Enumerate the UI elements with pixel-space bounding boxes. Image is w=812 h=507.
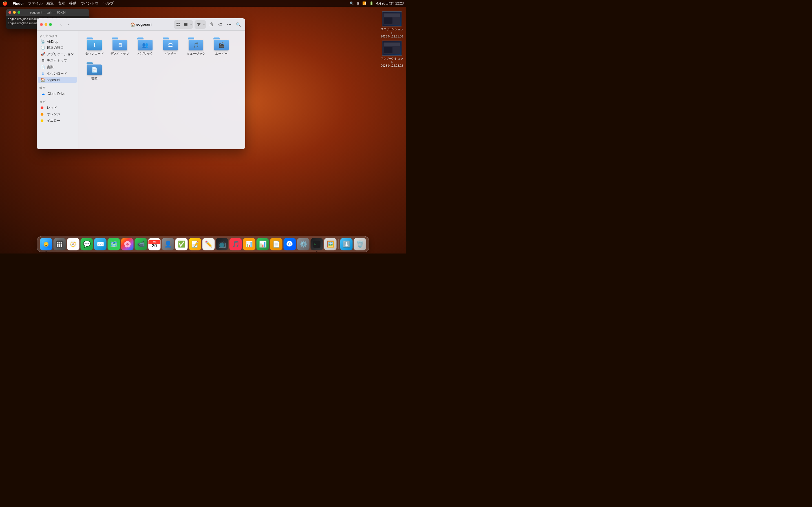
finder-close-button[interactable] (40, 23, 43, 26)
sidebar-item-recents[interactable]: 🕐 最近の項目 (38, 45, 77, 51)
dock-preview[interactable]: 🖼️ (324, 238, 337, 250)
terminal-close-button[interactable] (8, 11, 11, 14)
sidebar-item-tag-yellow[interactable]: イエロー (38, 117, 77, 124)
finder-toolbar-right: ▾ ▾ 🏷 (174, 20, 242, 29)
sidebar-item-desktop[interactable]: 🖥 デスクトップ (38, 57, 77, 64)
screenshot-thumbnail-2 (382, 41, 402, 56)
dock-trash[interactable]: 🗑️ (354, 238, 366, 250)
photos-icon: 🌸 (123, 240, 131, 248)
folder-item-desktop[interactable]: 🖥 デスクトップ (108, 35, 132, 58)
finder-content: ⬇ ダウンロード 🖥 デスクトップ (79, 31, 245, 149)
list-view-button[interactable] (182, 21, 190, 28)
sidebar-item-airdrop[interactable]: 📡 AirDrop (38, 39, 77, 45)
menubar-window[interactable]: ウインドウ (80, 1, 99, 6)
dock-safari[interactable]: 🧭 (67, 238, 80, 250)
finder-forward-button[interactable]: › (65, 21, 71, 28)
folder-item-downloads[interactable]: ⬇ ダウンロード (83, 35, 106, 58)
dock-numbers[interactable]: 📊 (257, 238, 269, 250)
menubar-battery[interactable]: 🔋 (369, 1, 373, 5)
dock-mail[interactable]: ✉️ (94, 238, 107, 250)
view-mode-group: ▾ (174, 20, 193, 29)
dock-freeform[interactable]: ✏️ (202, 238, 215, 250)
menubar-help[interactable]: ヘルプ (103, 1, 114, 6)
dock-appletv[interactable]: 📺 (216, 238, 229, 250)
dock-pages[interactable]: 📄 (270, 238, 283, 250)
airdrop-label: AirDrop (47, 40, 58, 44)
applications-icon: 🚀 (41, 52, 45, 56)
folder-item-documents2[interactable]: 📄 書類 (83, 60, 106, 82)
menubar-left: 🍎 Finder ファイル 編集 表示 移動 ウインドウ ヘルプ (2, 1, 114, 6)
desktop-icon-screenshot-1[interactable]: スクリーンショット2023-0...22.21.56 (380, 11, 403, 38)
folder-item-movies[interactable]: 🎬 ムービー (210, 35, 233, 58)
desktop-icon-screenshot-2[interactable]: スクリーンショット2023-0...22.23.02 (380, 41, 403, 68)
dock-finder[interactable]: 😊 (40, 238, 52, 250)
share-button[interactable] (207, 21, 215, 28)
folder-item-music[interactable]: 🎵 ミュージック (185, 35, 207, 58)
dock-photos[interactable]: 🌸 (121, 238, 134, 250)
folder-icon-public: 👥 (137, 38, 153, 50)
sidebar-section-locations: 場所 (37, 85, 78, 91)
dock-contacts[interactable]: 👤 (162, 238, 174, 250)
dock-calendar[interactable]: 4月 20 (148, 238, 161, 250)
dock-maccal[interactable]: 📊 (243, 238, 255, 250)
documents-icon: 📄 (41, 65, 45, 69)
finder-maximize-button[interactable] (49, 23, 52, 26)
folder-label-documents: 書類 (91, 76, 98, 80)
sidebar-item-documents[interactable]: 📄 書類 (38, 64, 77, 70)
folder-icon-downloads: ⬇ (87, 38, 102, 50)
finder-minimize-button[interactable] (45, 23, 47, 26)
menubar-controlcenter[interactable]: ⊞ (357, 1, 359, 5)
screenshot-1-label: スクリーンショット2023-0...22.21.56 (380, 27, 403, 38)
finder-controls (40, 23, 52, 26)
screenshot-thumbnail-1 (382, 11, 402, 26)
dock-music[interactable]: 🎵 (230, 238, 242, 250)
dock-terminal[interactable]: % _ (311, 238, 323, 250)
dock-appstore[interactable]: 🅐 (284, 238, 296, 250)
tags-button[interactable]: 🏷 (216, 21, 224, 28)
sidebar-item-home[interactable]: 🏠 sogosuri (38, 77, 77, 83)
sidebar-item-tag-orange[interactable]: オレンジ (38, 111, 77, 117)
folder-item-pictures[interactable]: 🖼 ピクチャ (159, 35, 182, 58)
svg-rect-2 (176, 25, 178, 26)
dock-settings[interactable]: ⚙️ (297, 238, 310, 250)
icon-view-button[interactable] (174, 21, 182, 28)
search-button[interactable]: 🔍 (235, 21, 242, 28)
dock-downloads-folder[interactable]: ⬇️ (340, 238, 353, 250)
menubar-wifi[interactable]: 📶 (362, 1, 366, 5)
finder-nav: ‹ › (57, 21, 71, 28)
menubar-app-name[interactable]: Finder (13, 1, 24, 6)
sort-button[interactable] (195, 21, 202, 28)
menubar-spotlight[interactable]: 🔍 (350, 1, 354, 5)
sidebar-item-applications[interactable]: 🚀 アプリケーション (38, 51, 77, 57)
sidebar-item-icloud[interactable]: ☁ iCloud Drive (38, 91, 77, 97)
terminal-maximize-button[interactable] (17, 11, 20, 14)
tag-yellow-icon (41, 119, 45, 122)
sidebar-item-downloads[interactable]: ⬇ ダウンロード (38, 70, 77, 77)
dock-messages[interactable]: 💬 (81, 238, 93, 250)
applications-label: アプリケーション (47, 52, 74, 57)
svg-rect-3 (179, 25, 180, 26)
menubar-file[interactable]: ファイル (28, 1, 43, 6)
menubar-go[interactable]: 移動 (69, 1, 77, 6)
svg-text:😊: 😊 (43, 242, 49, 247)
dock-reminders[interactable]: ✅ (175, 238, 188, 250)
dock-facetime[interactable]: 📹 (135, 238, 147, 250)
finder-back-button[interactable]: ‹ (57, 21, 64, 28)
terminal-minimize-button[interactable] (13, 11, 16, 14)
dock-maps[interactable]: 🗺️ (108, 238, 120, 250)
menubar-view[interactable]: 表示 (58, 1, 65, 6)
apple-menu[interactable]: 🍎 (2, 1, 8, 6)
sidebar-item-tag-red[interactable]: レッド (38, 105, 77, 111)
terminal-dot (316, 251, 317, 252)
finder-dot (46, 251, 47, 252)
dock-launchpad[interactable] (54, 238, 66, 250)
svg-rect-7 (197, 23, 200, 24)
folder-label-desktop: デスクトップ (110, 52, 129, 55)
facetime-icon: 📹 (137, 240, 145, 248)
folder-item-public[interactable]: 👥 パブリック (134, 35, 157, 58)
menubar-edit[interactable]: 編集 (47, 1, 54, 6)
downloads-sidebar-icon: ⬇ (41, 71, 45, 76)
tag-yellow-label: イエロー (47, 118, 60, 123)
dock-notes[interactable]: 📝 (189, 238, 201, 250)
more-button[interactable]: ••• (225, 21, 233, 28)
